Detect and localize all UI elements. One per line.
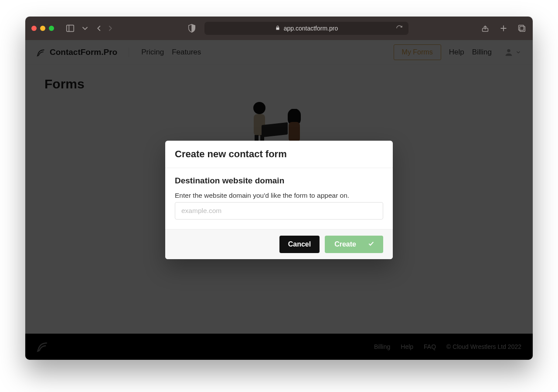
url-text: app.contactform.pro <box>284 25 338 32</box>
create-button-label: Create <box>334 240 356 248</box>
modal-section-title: Destination website domain <box>175 176 383 186</box>
window-zoom-icon[interactable] <box>49 26 54 31</box>
app-page: ContactForm.Pro Pricing Features My Form… <box>25 40 533 360</box>
lock-icon <box>275 25 280 32</box>
cancel-button[interactable]: Cancel <box>279 236 320 253</box>
modal-overlay[interactable]: Create new contact form Destination webs… <box>25 40 533 360</box>
browser-window: app.contactform.pro ContactForm.Pro Pric… <box>25 17 533 360</box>
create-button[interactable]: Create <box>325 236 383 253</box>
svg-rect-0 <box>67 25 74 32</box>
svg-rect-6 <box>520 26 525 31</box>
reload-icon[interactable] <box>395 24 404 33</box>
share-icon[interactable] <box>480 24 490 33</box>
privacy-shield-icon[interactable] <box>187 24 197 33</box>
back-icon[interactable] <box>94 24 104 33</box>
domain-input[interactable] <box>175 202 383 220</box>
create-form-modal: Create new contact form Destination webs… <box>165 141 393 259</box>
browser-chrome: app.contactform.pro <box>25 17 533 40</box>
forward-icon[interactable] <box>105 24 115 33</box>
svg-rect-7 <box>519 25 524 30</box>
new-tab-icon[interactable] <box>499 24 508 33</box>
check-icon <box>367 240 374 249</box>
traffic-lights <box>31 26 54 31</box>
modal-footer: Cancel Create <box>165 229 393 259</box>
url-bar[interactable]: app.contactform.pro <box>204 22 408 35</box>
window-minimize-icon[interactable] <box>40 26 45 31</box>
tabs-overview-icon[interactable] <box>517 24 527 33</box>
chevron-down-icon[interactable] <box>80 24 90 33</box>
modal-title: Create new contact form <box>165 141 393 168</box>
sidebar-toggle-icon[interactable] <box>65 24 75 33</box>
modal-help-text: Enter the website domain you'd like the … <box>175 192 383 199</box>
window-close-icon[interactable] <box>31 26 37 31</box>
